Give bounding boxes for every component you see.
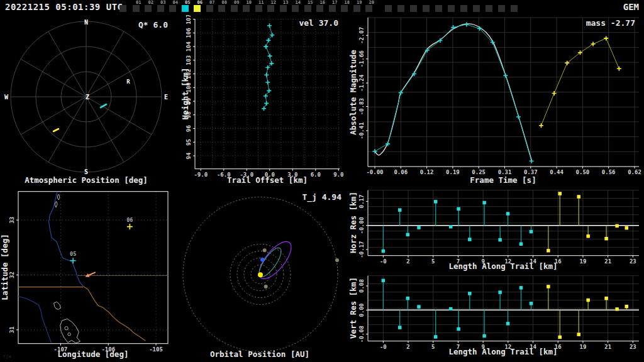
panel-map: -107-106-1053132330506Longitude [deg]Lat…: [0, 192, 168, 359]
frame-slot-11[interactable]: 11: [255, 5, 262, 12]
data-point-marker: [270, 33, 274, 37]
frame-slot-number: 05: [185, 1, 190, 5]
data-point-marker: [262, 106, 266, 111]
frame-slot-01[interactable]: 01: [133, 5, 140, 12]
y-tick-label: -1.66: [358, 50, 365, 67]
residual-marker-05: [530, 230, 533, 234]
range-outline-a: [57, 194, 60, 200]
residual-marker-05: [382, 279, 386, 283]
frame-slot-blank[interactable]: [435, 5, 442, 12]
range-outline-circle: [68, 333, 71, 336]
utc-timestamp: 20221215 05:01:39 UTC: [5, 2, 123, 12]
frame-slot-07[interactable]: 07: [206, 5, 213, 12]
polar-spoke: [86, 31, 124, 97]
frame-slot-blank[interactable]: [410, 5, 417, 12]
x-tick-label: 0.12: [420, 169, 434, 175]
frame-slot-blank[interactable]: [460, 5, 467, 12]
panel-horz_res: -025791214161921230.17-0.00-0.17Length A…: [348, 190, 639, 271]
x-tick-label: 19: [580, 344, 587, 350]
frame-slot-blank[interactable]: [385, 5, 392, 12]
residual-marker-05: [468, 292, 472, 295]
frame-slot-number: 08: [222, 1, 227, 5]
y-tick-label: -0.41: [358, 122, 365, 139]
panel-orbital: Orbital Position [AU]T_j 4.94: [183, 192, 341, 359]
y-tick-label: -0.17: [358, 241, 365, 258]
frame-slot-blank[interactable]: [397, 5, 404, 12]
y-tick-label: -0.00: [358, 217, 365, 234]
x-tick-label: -0: [380, 344, 387, 350]
x-tick-label: -0.00: [366, 169, 383, 175]
axis-ylabel: Height [km]: [180, 68, 190, 120]
river-southwest: [18, 297, 51, 343]
panel-vert_res: -025791214161921230.080.00-0.08Length Al…: [348, 276, 639, 356]
frame-slot-08[interactable]: 08: [218, 5, 225, 12]
frame-slot-06[interactable]: 06: [194, 5, 201, 12]
data-point-marker: [617, 67, 621, 71]
series-markers-station-05: [372, 22, 533, 163]
residual-marker-05: [406, 297, 410, 300]
frame-slot-blank[interactable]: [498, 5, 505, 12]
residual-marker-05: [468, 238, 472, 241]
residual-marker-06: [586, 234, 590, 238]
residual-marker-06: [615, 307, 619, 311]
map-features: 0506: [18, 192, 168, 343]
panel-trail: -9.0-6.0-3.00.03.06.09.01071061041031021…: [180, 14, 343, 185]
y-tick-label: -0.83: [358, 98, 365, 115]
frame-slot-20[interactable]: 20: [365, 5, 372, 12]
frame-slot-14[interactable]: 14: [292, 5, 299, 12]
earth-dot: [260, 258, 264, 261]
frame-slot-blank[interactable]: [486, 5, 492, 12]
frame-slot-17[interactable]: 17: [329, 5, 336, 12]
frame-slot-number: 03: [160, 1, 165, 5]
residual-marker-05: [398, 208, 402, 212]
frame-slot-19[interactable]: 19: [353, 5, 360, 12]
frame-slot-02[interactable]: 02: [145, 5, 152, 12]
x-tick-label: 2: [406, 344, 409, 350]
frame-slot-05[interactable]: 05: [182, 5, 189, 12]
frame-slot-12[interactable]: 12: [267, 5, 274, 12]
residual-marker-06: [547, 285, 550, 288]
frame-slot-10[interactable]: 10: [243, 5, 250, 12]
frame-slot-blank[interactable]: [473, 5, 480, 12]
frame-slot-16[interactable]: 16: [316, 5, 323, 12]
x-tick-label: 0.31: [498, 169, 512, 175]
x-tick-label: 23: [630, 344, 636, 350]
data-point-marker: [267, 23, 272, 28]
residual-marker-05: [417, 226, 421, 229]
frame-slot-blank[interactable]: [448, 5, 455, 12]
axis-title: Length Along Trail [km]: [448, 347, 557, 356]
frame-slot-03[interactable]: 03: [157, 5, 164, 12]
frame-slot-15[interactable]: 15: [304, 5, 311, 12]
data-point-marker: [516, 115, 521, 119]
x-tick-label: 0.56: [602, 169, 616, 175]
rio-grande: [49, 192, 84, 287]
x-tick-label: 0.37: [524, 169, 538, 175]
frame-slot-blank[interactable]: [423, 5, 430, 12]
x-tick-label: 5: [431, 344, 435, 350]
range-outline-b: [55, 201, 57, 207]
frame-slot-09[interactable]: 09: [231, 5, 238, 12]
y-tick-label: 106: [186, 28, 192, 38]
x-tick-label: 2: [406, 258, 409, 265]
residual-marker-06: [577, 332, 580, 336]
x-tick-label: 5: [431, 258, 435, 265]
frame-slot-number: 18: [345, 1, 350, 5]
residual-marker-05: [530, 302, 533, 305]
frame-slot-13[interactable]: 13: [280, 5, 287, 12]
frame-slot-number: 10: [247, 1, 252, 5]
frame-slot-number: 07: [209, 1, 214, 5]
data-point-marker: [604, 36, 608, 40]
axis-ylabel: Absolute Magnitude: [348, 50, 358, 135]
residual-marker-05: [449, 307, 453, 311]
residual-marker-05: [398, 326, 402, 329]
frame-slot-blank[interactable]: [119, 5, 126, 12]
frame-slot-number: 11: [258, 1, 264, 5]
frame-slot-18[interactable]: 18: [341, 5, 348, 12]
polar-spoke: [86, 97, 152, 134]
residual-marker-05: [498, 290, 502, 294]
frame-slot-04[interactable]: 04: [169, 5, 176, 12]
data-point-marker: [265, 80, 270, 84]
polar-spoke: [48, 31, 86, 97]
frame-slot-blank[interactable]: [511, 5, 518, 12]
axis-ylabel: Horz Res [km]: [348, 192, 358, 253]
